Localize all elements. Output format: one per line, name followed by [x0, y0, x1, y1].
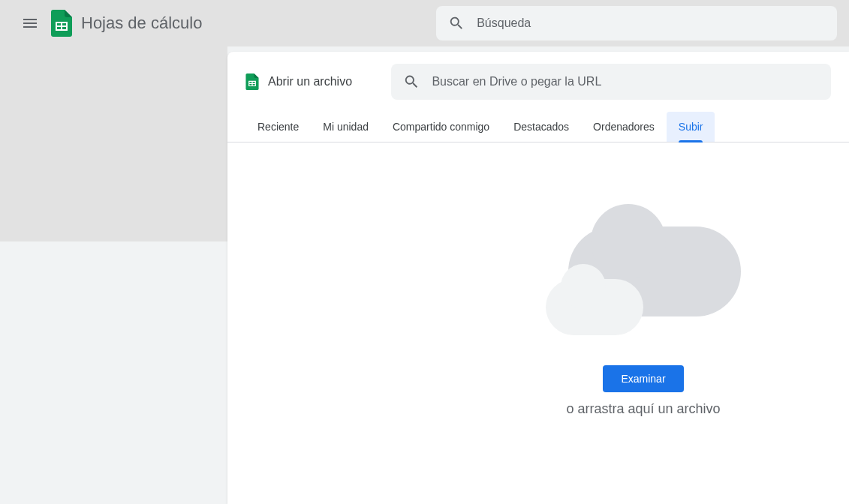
sheets-logo[interactable] [51, 10, 72, 37]
sheets-icon [51, 10, 72, 37]
search-icon [403, 73, 420, 91]
dialog-search[interactable] [391, 64, 831, 100]
menu-button[interactable] [12, 5, 48, 41]
header-search-input[interactable] [477, 16, 825, 30]
upload-area[interactable]: Examinar o arrastra aquí un archivo [227, 142, 849, 501]
dialog-title: Abrir un archivo [268, 75, 352, 88]
tab-upload[interactable]: Subir [667, 112, 715, 142]
app-title: Hojas de cálculo [81, 14, 202, 33]
tab-my-drive[interactable]: Mi unidad [311, 112, 381, 142]
sheets-small-icon [245, 74, 259, 90]
header-search[interactable] [436, 6, 837, 40]
cloud-icon [546, 226, 741, 335]
drag-instruction: o arrastra aquí un archivo [566, 401, 720, 417]
background-strip [0, 46, 227, 242]
menu-icon [21, 14, 39, 32]
dialog-title-area: Abrir un archivo [245, 74, 352, 90]
open-file-dialog: Abrir un archivo Reciente Mi unidad Comp… [227, 52, 849, 504]
tab-computers[interactable]: Ordenadores [581, 112, 667, 142]
dialog-tabs: Reciente Mi unidad Compartido conmigo De… [227, 112, 849, 142]
browse-button[interactable]: Examinar [603, 365, 683, 392]
app-header: Hojas de cálculo [0, 0, 849, 46]
tab-starred[interactable]: Destacados [501, 112, 581, 142]
search-icon [448, 14, 465, 32]
tab-shared[interactable]: Compartido conmigo [381, 112, 501, 142]
dialog-header: Abrir un archivo [227, 52, 849, 112]
tab-recent[interactable]: Reciente [245, 112, 311, 142]
dialog-search-input[interactable] [432, 75, 819, 88]
